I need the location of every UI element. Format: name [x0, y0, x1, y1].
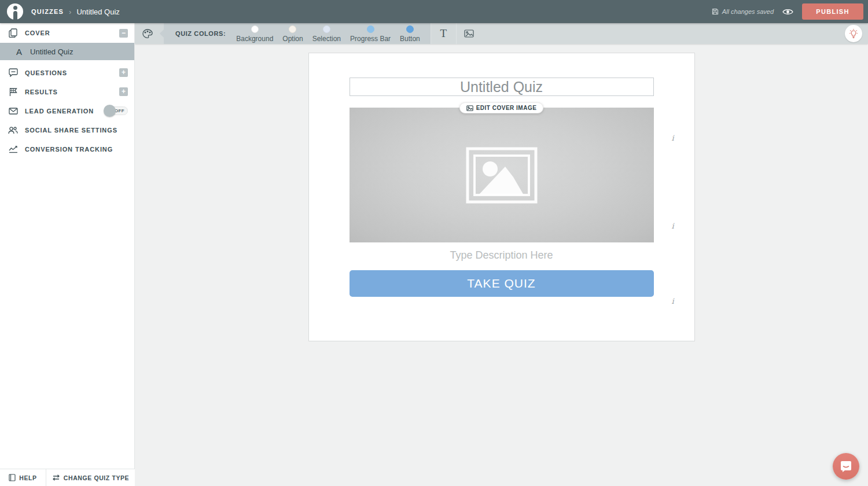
- lightbulb-icon: [849, 28, 858, 39]
- quiz-cover-card: EDIT COVER IMAGE TAKE QUIZ i i i: [308, 53, 695, 341]
- publish-button[interactable]: PUBLISH: [802, 3, 863, 20]
- text-a-icon: A: [16, 47, 22, 57]
- people-icon: [8, 126, 18, 134]
- sidebar-cover-label: COVER: [25, 30, 112, 36]
- editor-toolbar: QUIZ COLORS: Background Option Selection…: [135, 23, 868, 44]
- toggle-off-label: OFF: [115, 108, 124, 113]
- option-color-label: Option: [282, 35, 303, 43]
- breadcrumb: QUIZZES › Untitled Quiz: [31, 8, 120, 16]
- selection-color-label: Selection: [312, 35, 341, 43]
- eye-icon: [782, 8, 793, 16]
- sidebar-questions-label: QUESTIONS: [25, 69, 112, 76]
- chat-bubble-icon: [840, 460, 852, 473]
- breadcrumb-quizzes-link[interactable]: QUIZZES: [31, 8, 64, 15]
- change-quiz-type-label: CHANGE QUIZ TYPE: [64, 474, 129, 481]
- topbar-actions: All changes saved PUBLISH: [712, 3, 863, 20]
- add-question-button[interactable]: +: [119, 68, 128, 77]
- background-color-label: Background: [236, 35, 273, 43]
- topbar: QUIZZES › Untitled Quiz All changes save…: [0, 0, 868, 23]
- button-color-label: Button: [400, 35, 420, 43]
- sidebar-item-cover-untitled-quiz[interactable]: A Untitled Quiz: [0, 43, 134, 60]
- flag-icon: [8, 87, 18, 97]
- quiz-color-option[interactable]: Option: [282, 25, 303, 43]
- toggle-knob[interactable]: [104, 105, 116, 117]
- cover-info-icon[interactable]: i: [669, 222, 677, 230]
- help-button[interactable]: HELP: [0, 469, 46, 486]
- sidebar: COVER − A Untitled Quiz QUESTIONS + RESU…: [0, 23, 135, 486]
- quiz-color-progress-bar[interactable]: Progress Bar: [350, 25, 391, 43]
- text-style-button[interactable]: T: [431, 23, 456, 44]
- quiz-title-input[interactable]: [350, 78, 654, 96]
- quiz-color-button[interactable]: Button: [400, 25, 420, 43]
- help-book-icon: [9, 474, 16, 481]
- chart-line-icon: [8, 145, 18, 153]
- quiz-color-background[interactable]: Background: [236, 25, 273, 43]
- sidebar-item-results[interactable]: RESULTS +: [0, 82, 134, 101]
- cover-collapse-button[interactable]: −: [119, 29, 128, 38]
- breadcrumb-separator-icon: ›: [69, 8, 71, 16]
- save-status-text: All changes saved: [722, 8, 774, 15]
- image-icon: [466, 105, 473, 111]
- save-icon: [712, 8, 719, 15]
- quiz-description-input[interactable]: [350, 248, 654, 263]
- sidebar-item-cover[interactable]: COVER −: [0, 23, 134, 43]
- speech-bubble-icon: [8, 68, 18, 77]
- quiz-colors-section: QUIZ COLORS: Background Option Selection…: [164, 23, 431, 44]
- sidebar-results-label: RESULTS: [25, 89, 112, 95]
- preview-button[interactable]: [782, 8, 793, 16]
- palette-button[interactable]: [135, 23, 160, 44]
- quiz-color-selection[interactable]: Selection: [312, 25, 341, 43]
- image-placeholder-icon: [466, 147, 538, 204]
- sidebar-item-questions[interactable]: QUESTIONS +: [0, 63, 134, 82]
- image-tool-button[interactable]: [456, 23, 481, 44]
- sidebar-conversion-tracking-label: CONVERSION TRACKING: [25, 146, 128, 153]
- quiz-editor-canvas: EDIT COVER IMAGE TAKE QUIZ i i i: [135, 44, 868, 486]
- lead-generation-toggle[interactable]: OFF: [105, 106, 128, 116]
- add-result-button[interactable]: +: [119, 87, 128, 96]
- progress-bar-color-label: Progress Bar: [350, 35, 391, 43]
- option-color-dot[interactable]: [289, 25, 296, 33]
- sidebar-item-conversion-tracking[interactable]: CONVERSION TRACKING: [0, 139, 134, 159]
- text-tool-icon: T: [440, 27, 447, 40]
- sidebar-item-lead-generation[interactable]: LEAD GENERATION OFF: [0, 101, 134, 120]
- envelope-icon: [8, 108, 18, 115]
- save-status: All changes saved: [712, 8, 774, 15]
- tips-button[interactable]: [845, 25, 862, 42]
- help-label: HELP: [19, 474, 36, 481]
- selection-color-dot[interactable]: [323, 25, 330, 33]
- sidebar-footer: HELP CHANGE QUIZ TYPE: [0, 469, 135, 486]
- edit-cover-image-label: EDIT COVER IMAGE: [476, 105, 537, 111]
- pages-icon: [8, 28, 18, 38]
- button-color-dot[interactable]: [406, 25, 414, 33]
- cover-item-label: Untitled Quiz: [30, 47, 73, 56]
- palette-icon: [142, 29, 153, 39]
- sidebar-social-share-label: SOCIAL SHARE SETTINGS: [25, 127, 128, 134]
- breadcrumb-quiz-title: Untitled Quiz: [76, 8, 119, 16]
- take-quiz-button[interactable]: TAKE QUIZ: [350, 270, 654, 297]
- progress-bar-color-dot[interactable]: [367, 25, 374, 33]
- intercom-chat-button[interactable]: [833, 453, 859, 480]
- change-quiz-type-button[interactable]: CHANGE QUIZ TYPE: [46, 469, 135, 486]
- background-color-dot[interactable]: [251, 25, 259, 33]
- swap-arrows-icon: [52, 474, 60, 481]
- sidebar-lead-generation-label: LEAD GENERATION: [25, 108, 98, 115]
- quiz-colors-label: QUIZ COLORS:: [175, 30, 226, 37]
- cover-image-placeholder[interactable]: [350, 108, 654, 242]
- sidebar-item-social-share-settings[interactable]: SOCIAL SHARE SETTINGS: [0, 120, 134, 139]
- description-info-icon[interactable]: i: [669, 297, 677, 305]
- edit-cover-image-button[interactable]: EDIT COVER IMAGE: [459, 102, 544, 113]
- image-icon: [464, 30, 474, 38]
- interact-logo[interactable]: [7, 3, 23, 20]
- title-info-icon[interactable]: i: [669, 134, 677, 142]
